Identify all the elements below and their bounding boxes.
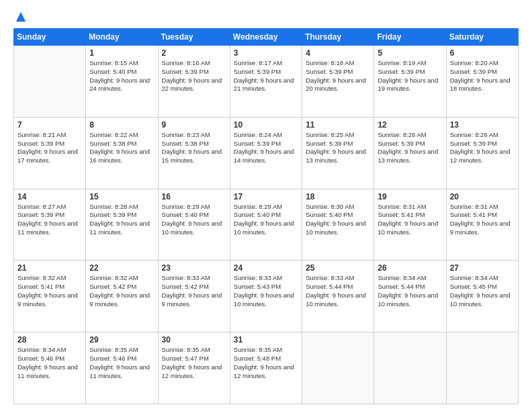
svg-marker-0 bbox=[16, 12, 26, 21]
day-number: 29 bbox=[89, 335, 154, 345]
day-info: Sunrise: 8:18 AM Sunset: 5:39 PM Dayligh… bbox=[306, 59, 370, 93]
day-info: Sunrise: 8:22 AM Sunset: 5:38 PM Dayligh… bbox=[89, 131, 154, 165]
day-number: 7 bbox=[17, 120, 82, 130]
day-info: Sunrise: 8:35 AM Sunset: 5:48 PM Dayligh… bbox=[234, 346, 298, 380]
day-number: 4 bbox=[306, 48, 370, 58]
calendar-cell: 25Sunrise: 8:33 AM Sunset: 5:44 PM Dayli… bbox=[302, 261, 374, 332]
day-number: 25 bbox=[306, 263, 370, 273]
day-info: Sunrise: 8:33 AM Sunset: 5:42 PM Dayligh… bbox=[162, 274, 226, 308]
day-info: Sunrise: 8:25 AM Sunset: 5:39 PM Dayligh… bbox=[306, 131, 370, 165]
calendar-cell: 10Sunrise: 8:24 AM Sunset: 5:39 PM Dayli… bbox=[230, 117, 302, 189]
day-number: 21 bbox=[17, 263, 82, 273]
day-info: Sunrise: 8:21 AM Sunset: 5:39 PM Dayligh… bbox=[17, 131, 82, 165]
day-info: Sunrise: 8:32 AM Sunset: 5:41 PM Dayligh… bbox=[17, 274, 82, 308]
day-info: Sunrise: 8:27 AM Sunset: 5:39 PM Dayligh… bbox=[17, 203, 82, 237]
day-number: 12 bbox=[378, 120, 442, 130]
day-number: 18 bbox=[306, 192, 370, 201]
calendar-cell: 8Sunrise: 8:22 AM Sunset: 5:38 PM Daylig… bbox=[86, 117, 158, 189]
day-info: Sunrise: 8:34 AM Sunset: 5:44 PM Dayligh… bbox=[378, 274, 442, 308]
day-number: 22 bbox=[89, 263, 154, 273]
day-number: 1 bbox=[89, 48, 154, 58]
calendar-cell: 20Sunrise: 8:31 AM Sunset: 5:41 PM Dayli… bbox=[446, 189, 518, 261]
calendar-cell: 16Sunrise: 8:29 AM Sunset: 5:40 PM Dayli… bbox=[158, 189, 230, 261]
day-number: 3 bbox=[234, 48, 298, 58]
day-number: 27 bbox=[450, 263, 515, 273]
day-number: 8 bbox=[89, 120, 154, 130]
day-number: 14 bbox=[17, 192, 82, 201]
day-info: Sunrise: 8:28 AM Sunset: 5:39 PM Dayligh… bbox=[89, 203, 154, 237]
day-number: 15 bbox=[89, 192, 154, 201]
day-info: Sunrise: 8:29 AM Sunset: 5:40 PM Dayligh… bbox=[162, 203, 226, 237]
calendar-day-header: Thursday bbox=[302, 29, 374, 46]
calendar-cell: 31Sunrise: 8:35 AM Sunset: 5:48 PM Dayli… bbox=[230, 332, 302, 404]
day-info: Sunrise: 8:34 AM Sunset: 5:46 PM Dayligh… bbox=[17, 346, 82, 380]
calendar-cell: 24Sunrise: 8:33 AM Sunset: 5:43 PM Dayli… bbox=[230, 261, 302, 332]
day-number: 16 bbox=[162, 192, 226, 201]
calendar-day-header: Friday bbox=[374, 29, 446, 46]
calendar-cell: 18Sunrise: 8:30 AM Sunset: 5:40 PM Dayli… bbox=[302, 189, 374, 261]
logo bbox=[13, 11, 27, 21]
calendar-cell: 29Sunrise: 8:35 AM Sunset: 5:46 PM Dayli… bbox=[86, 332, 158, 404]
day-info: Sunrise: 8:31 AM Sunset: 5:41 PM Dayligh… bbox=[450, 203, 515, 237]
day-info: Sunrise: 8:35 AM Sunset: 5:47 PM Dayligh… bbox=[162, 346, 226, 380]
day-number: 28 bbox=[17, 335, 82, 345]
day-info: Sunrise: 8:16 AM Sunset: 5:39 PM Dayligh… bbox=[162, 59, 226, 93]
day-info: Sunrise: 8:26 AM Sunset: 5:39 PM Dayligh… bbox=[378, 131, 442, 165]
day-number: 31 bbox=[234, 335, 298, 345]
day-number: 5 bbox=[378, 48, 442, 58]
calendar-day-header: Sunday bbox=[14, 29, 86, 46]
calendar-cell: 22Sunrise: 8:32 AM Sunset: 5:42 PM Dayli… bbox=[86, 261, 158, 332]
calendar-week-row: 14Sunrise: 8:27 AM Sunset: 5:39 PM Dayli… bbox=[14, 189, 519, 261]
calendar-table: SundayMondayTuesdayWednesdayThursdayFrid… bbox=[13, 28, 519, 404]
calendar-week-row: 1Sunrise: 8:15 AM Sunset: 5:40 PM Daylig… bbox=[14, 46, 519, 118]
calendar-cell: 11Sunrise: 8:25 AM Sunset: 5:39 PM Dayli… bbox=[302, 117, 374, 189]
day-info: Sunrise: 8:33 AM Sunset: 5:43 PM Dayligh… bbox=[234, 274, 298, 308]
calendar-cell: 21Sunrise: 8:32 AM Sunset: 5:41 PM Dayli… bbox=[14, 261, 86, 332]
calendar-day-header: Wednesday bbox=[230, 29, 302, 46]
day-info: Sunrise: 8:30 AM Sunset: 5:40 PM Dayligh… bbox=[306, 203, 370, 237]
calendar-cell bbox=[14, 46, 86, 118]
day-number: 6 bbox=[450, 48, 515, 58]
day-number: 9 bbox=[162, 120, 226, 130]
day-number: 26 bbox=[378, 263, 442, 273]
calendar-cell: 17Sunrise: 8:29 AM Sunset: 5:40 PM Dayli… bbox=[230, 189, 302, 261]
calendar-cell bbox=[446, 332, 518, 404]
day-info: Sunrise: 8:24 AM Sunset: 5:39 PM Dayligh… bbox=[234, 131, 298, 165]
calendar-cell: 1Sunrise: 8:15 AM Sunset: 5:40 PM Daylig… bbox=[86, 46, 158, 118]
calendar-week-row: 21Sunrise: 8:32 AM Sunset: 5:41 PM Dayli… bbox=[14, 261, 519, 332]
day-info: Sunrise: 8:33 AM Sunset: 5:44 PM Dayligh… bbox=[306, 274, 370, 308]
calendar-cell: 3Sunrise: 8:17 AM Sunset: 5:39 PM Daylig… bbox=[230, 46, 302, 118]
day-info: Sunrise: 8:19 AM Sunset: 5:39 PM Dayligh… bbox=[378, 59, 442, 93]
day-info: Sunrise: 8:26 AM Sunset: 5:39 PM Dayligh… bbox=[450, 131, 515, 165]
day-number: 23 bbox=[162, 263, 226, 273]
day-number: 24 bbox=[234, 263, 298, 273]
calendar-day-header: Tuesday bbox=[158, 29, 230, 46]
day-info: Sunrise: 8:29 AM Sunset: 5:40 PM Dayligh… bbox=[234, 203, 298, 237]
calendar-cell: 27Sunrise: 8:34 AM Sunset: 5:45 PM Dayli… bbox=[446, 261, 518, 332]
day-number: 10 bbox=[234, 120, 298, 130]
calendar-cell: 7Sunrise: 8:21 AM Sunset: 5:39 PM Daylig… bbox=[14, 117, 86, 189]
calendar-cell: 15Sunrise: 8:28 AM Sunset: 5:39 PM Dayli… bbox=[86, 189, 158, 261]
page: SundayMondayTuesdayWednesdayThursdayFrid… bbox=[0, 0, 532, 411]
day-number: 20 bbox=[450, 192, 515, 201]
day-number: 30 bbox=[162, 335, 226, 345]
calendar-cell: 4Sunrise: 8:18 AM Sunset: 5:39 PM Daylig… bbox=[302, 46, 374, 118]
calendar-cell: 9Sunrise: 8:23 AM Sunset: 5:38 PM Daylig… bbox=[158, 117, 230, 189]
day-info: Sunrise: 8:20 AM Sunset: 5:39 PM Dayligh… bbox=[450, 59, 515, 93]
day-info: Sunrise: 8:32 AM Sunset: 5:42 PM Dayligh… bbox=[89, 274, 154, 308]
calendar-cell: 12Sunrise: 8:26 AM Sunset: 5:39 PM Dayli… bbox=[374, 117, 446, 189]
calendar-cell: 2Sunrise: 8:16 AM Sunset: 5:39 PM Daylig… bbox=[158, 46, 230, 118]
day-info: Sunrise: 8:31 AM Sunset: 5:41 PM Dayligh… bbox=[378, 203, 442, 237]
day-info: Sunrise: 8:34 AM Sunset: 5:45 PM Dayligh… bbox=[450, 274, 515, 308]
day-number: 17 bbox=[234, 192, 298, 201]
calendar-cell: 23Sunrise: 8:33 AM Sunset: 5:42 PM Dayli… bbox=[158, 261, 230, 332]
calendar-cell: 14Sunrise: 8:27 AM Sunset: 5:39 PM Dayli… bbox=[14, 189, 86, 261]
day-number: 13 bbox=[450, 120, 515, 130]
calendar-cell bbox=[374, 332, 446, 404]
calendar-cell: 6Sunrise: 8:20 AM Sunset: 5:39 PM Daylig… bbox=[446, 46, 518, 118]
calendar-header-row: SundayMondayTuesdayWednesdayThursdayFrid… bbox=[14, 29, 519, 46]
logo-icon bbox=[15, 11, 27, 23]
day-number: 19 bbox=[378, 192, 442, 201]
calendar-cell: 30Sunrise: 8:35 AM Sunset: 5:47 PM Dayli… bbox=[158, 332, 230, 404]
calendar-cell: 26Sunrise: 8:34 AM Sunset: 5:44 PM Dayli… bbox=[374, 261, 446, 332]
